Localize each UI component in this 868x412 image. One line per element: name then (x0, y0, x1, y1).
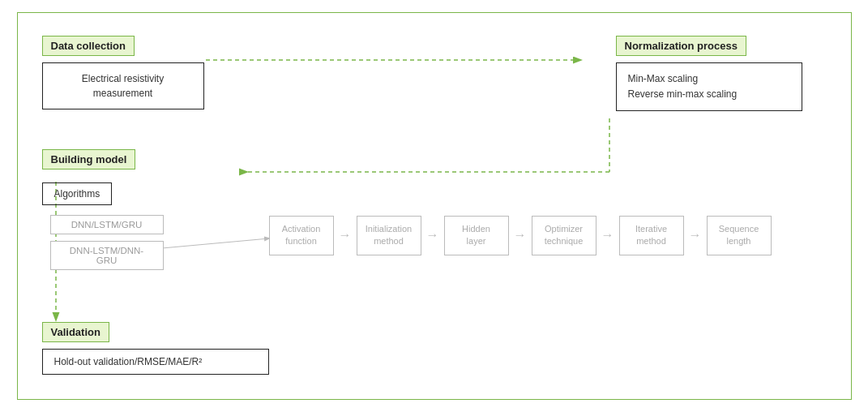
normalization-header: Normalization process (616, 36, 746, 56)
normalization-group: Normalization process Min-Max scaling Re… (616, 36, 802, 111)
data-collection-box: Electrical resistivity measurement (42, 62, 204, 109)
data-collection-group: Data collection Electrical resistivity m… (42, 36, 204, 109)
validation-box: Hold-out validation/RMSE/MAE/R² (42, 349, 269, 375)
dnn-lstm-dnn-gru-box: DNN-LSTM/DNN-GRU (50, 241, 164, 270)
arrow-2: → (426, 228, 439, 242)
initialization-method-box: Initializationmethod (357, 216, 421, 255)
validation-group: Validation Hold-out validation/RMSE/MAE/… (42, 322, 269, 375)
parameter-row: Activationfunction → Initializationmetho… (269, 216, 772, 255)
sequence-length-box: Sequencelength (707, 216, 772, 255)
validation-header: Validation (42, 322, 109, 342)
iterative-method-box: Iterativemethod (619, 216, 684, 255)
algorithms-box: Algorithms (42, 182, 113, 205)
arrow-1: → (339, 228, 352, 242)
dnn-lstm-gru-box: DNN/LSTM/GRU (50, 215, 164, 234)
building-model-header: Building model (42, 149, 136, 170)
building-model-group: Building model Algorithms DNN/LSTM/GRU D… (42, 149, 245, 270)
arrow-3: → (514, 228, 527, 242)
normalization-box: Min-Max scaling Reverse min-max scaling (616, 62, 802, 111)
activation-function-box: Activationfunction (269, 216, 334, 255)
data-collection-header: Data collection (42, 36, 135, 56)
arrow-5: → (689, 228, 702, 242)
arrow-4: → (601, 228, 614, 242)
optimizer-technique-box: Optimizertechnique (532, 216, 596, 255)
hidden-layer-box: Hiddenlayer (444, 216, 509, 255)
diagram-container: Data collection Electrical resistivity m… (17, 12, 852, 400)
